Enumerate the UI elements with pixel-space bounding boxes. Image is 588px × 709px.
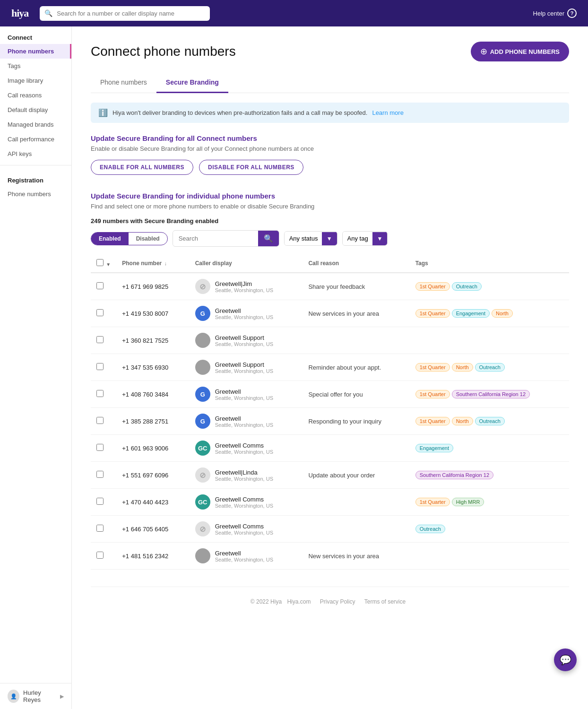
caller-location: Seattle, Worshington, US — [215, 557, 273, 562]
row-checkbox[interactable] — [96, 390, 104, 397]
tags-container: 1st QuarterNorthOutreach — [415, 363, 563, 372]
caller-name: Greetwell — [215, 415, 273, 422]
row-checkbox[interactable] — [96, 552, 104, 559]
sidebar-item-call-performance[interactable]: Call performance — [0, 132, 71, 147]
tag-badge: Southern California Region 12 — [452, 390, 530, 398]
table-search-button[interactable]: 🔍 — [258, 231, 279, 246]
caller-location: Seattle, Worshington, US — [215, 314, 273, 320]
row-checkbox[interactable] — [96, 444, 104, 451]
select-all-checkbox[interactable] — [96, 259, 104, 266]
disable-all-button[interactable]: DISABLE FOR ALL NUMBERS — [199, 160, 303, 175]
caller-display-cell: ⊘ Greetwell|Jim Seattle, Worshington, US — [190, 273, 303, 300]
tag-badge: North — [492, 309, 513, 318]
caller-display: GC Greetwell Comms Seattle, Worshington,… — [195, 494, 297, 510]
call-reason-cell — [303, 516, 409, 543]
sidebar-item-managed-brands[interactable]: Managed brands — [0, 117, 71, 132]
logo: hiya — [11, 7, 28, 19]
footer-privacy-link[interactable]: Privacy Policy — [320, 598, 355, 605]
phone-number: +1 360 821 7525 — [122, 337, 168, 344]
all-numbers-title: Update Secure Branding for all Connect n… — [91, 134, 569, 142]
tab-secure-branding[interactable]: Secure Branding — [156, 73, 228, 93]
sidebar-item-image-library[interactable]: Image library — [0, 73, 71, 88]
tags-cell: Engagement — [410, 435, 569, 462]
sort-toggle-icon[interactable]: ▼ — [106, 262, 111, 267]
row-checkbox[interactable] — [96, 282, 104, 289]
phone-number-cell: +1 601 963 9006 — [116, 435, 189, 462]
row-checkbox-cell — [91, 273, 116, 300]
search-input[interactable] — [40, 6, 210, 21]
phone-number-cell: +1 385 288 2751 — [116, 408, 189, 435]
sidebar-item-call-reasons[interactable]: Call reasons — [0, 88, 71, 103]
sidebar-item-default-display[interactable]: Default display — [0, 103, 71, 117]
learn-more-link[interactable]: Learn more — [372, 109, 403, 116]
tags-container: 1st QuarterNorthOutreach — [415, 417, 563, 425]
info-icon: ℹ️ — [98, 108, 108, 117]
user-name: Hurley Reyes — [23, 689, 56, 703]
row-checkbox[interactable] — [96, 525, 104, 532]
caller-avatar: ⊘ — [195, 467, 210, 483]
sidebar-footer[interactable]: 👤 Hurley Reyes ▶ — [0, 683, 71, 709]
caller-display-cell: Greetwell Support Seattle, Worshington, … — [190, 327, 303, 354]
row-checkbox[interactable] — [96, 336, 104, 343]
col-phone-number: Phone number ↓ — [116, 254, 189, 273]
phone-numbers-table: ▼ Phone number ↓ Caller display Call rea… — [91, 254, 569, 570]
help-center-label: Help center — [533, 10, 564, 17]
table-search-input[interactable] — [173, 232, 258, 245]
tags-cell — [410, 327, 569, 354]
row-checkbox-cell — [91, 489, 116, 516]
table-row: +1 385 288 2751 G Greetwell Seattle, Wor… — [91, 408, 569, 435]
tag-select[interactable]: Any tag — [343, 232, 372, 245]
disabled-toggle-btn[interactable]: Disabled — [129, 233, 167, 245]
tag-badge: North — [452, 363, 473, 372]
help-center[interactable]: Help center ? — [533, 9, 577, 18]
sidebar: Connect Phone numbers Tags Image library… — [0, 26, 72, 709]
tab-phone-numbers[interactable]: Phone numbers — [91, 73, 156, 93]
row-checkbox[interactable] — [96, 471, 104, 478]
tags-cell: 1st QuarterSouthern California Region 12 — [410, 381, 569, 408]
sort-phone-icon[interactable]: ↓ — [164, 260, 167, 266]
phone-number: +1 646 705 6405 — [122, 526, 168, 533]
row-checkbox-cell — [91, 327, 116, 354]
footer-terms-link[interactable]: Terms of service — [364, 598, 406, 605]
caller-name: Greetwell|Linda — [215, 469, 273, 476]
caller-info: Greetwell Support Seattle, Worshington, … — [215, 334, 273, 347]
caller-location: Seattle, Worshington, US — [215, 422, 273, 428]
enabled-toggle-btn[interactable]: Enabled — [91, 233, 129, 245]
footer-hiya-link[interactable]: Hiya.com — [287, 598, 311, 605]
tabs: Phone numbers Secure Branding — [91, 73, 569, 93]
caller-avatar: ⊘ — [195, 521, 210, 536]
sidebar-item-registration-phone[interactable]: Phone numbers — [0, 187, 71, 201]
row-checkbox[interactable] — [96, 363, 104, 370]
row-checkbox[interactable] — [96, 309, 104, 316]
sidebar-item-tags[interactable]: Tags — [0, 59, 71, 73]
call-reason-cell: Reminder about your appt. — [303, 354, 409, 381]
tags-container: 1st QuarterOutreach — [415, 282, 563, 291]
status-select[interactable]: Any status — [285, 232, 322, 245]
add-phone-numbers-button[interactable]: ⊕ ADD PHONE NUMBERS — [471, 42, 569, 61]
caller-display: G Greetwell Seattle, Worshington, US — [195, 387, 297, 402]
all-numbers-btn-group: ENABLE FOR ALL NUMBERS DISABLE FOR ALL N… — [91, 160, 569, 175]
call-reason-cell: Special offer for you — [303, 381, 409, 408]
plus-icon: ⊕ — [480, 46, 487, 57]
col-caller-display: Caller display — [190, 254, 303, 273]
caller-display-cell: GC Greetwell Comms Seattle, Worshington,… — [190, 435, 303, 462]
individual-section: Update Secure Branding for individual ph… — [91, 192, 569, 570]
sidebar-item-phone-numbers[interactable]: Phone numbers — [0, 44, 71, 59]
tag-badge: Southern California Region 12 — [415, 471, 493, 479]
tags-container: 1st QuarterHigh MRR — [415, 498, 563, 506]
row-checkbox[interactable] — [96, 498, 104, 505]
chat-fab-button[interactable]: 💬 — [554, 648, 577, 671]
status-dropdown-arrow[interactable]: ▼ — [322, 232, 337, 245]
caller-location: Seattle, Worshington, US — [215, 395, 273, 401]
caller-display: ⊘ Greetwell|Linda Seattle, Worshington, … — [195, 467, 297, 483]
caller-info: Greetwell Seattle, Worshington, US — [215, 307, 273, 320]
row-checkbox[interactable] — [96, 417, 104, 424]
sidebar-item-api-keys[interactable]: API keys — [0, 147, 71, 161]
table-select-all-header: ▼ — [91, 254, 116, 273]
phone-number: +1 385 288 2751 — [122, 418, 168, 425]
tag-dropdown-arrow[interactable]: ▼ — [372, 232, 388, 245]
phone-number: +1 671 969 9825 — [122, 283, 168, 290]
enable-all-button[interactable]: ENABLE FOR ALL NUMBERS — [91, 160, 193, 175]
tag-badge: Outreach — [452, 282, 482, 291]
caller-info: Greetwell Comms Seattle, Worshington, US — [215, 523, 273, 536]
